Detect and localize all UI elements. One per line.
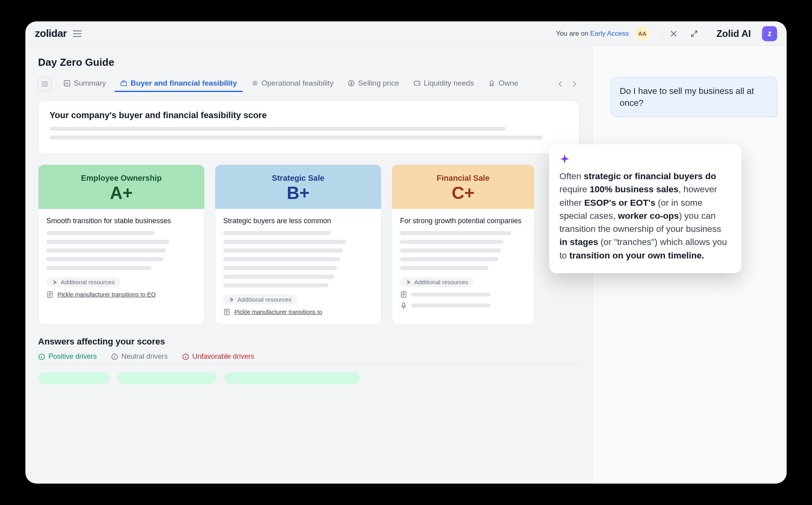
- answers-section: Answers affecting your scores Positive d…: [38, 337, 580, 386]
- tab-bar: Summary Buyer and financial feasibility …: [38, 76, 580, 92]
- ai-response-text: Often strategic or financial buyers do r…: [559, 170, 731, 262]
- tab-label: Selling price: [358, 79, 399, 88]
- document-icon: [400, 291, 407, 298]
- briefcase-icon: [120, 80, 127, 87]
- card-grade: C+: [400, 184, 526, 202]
- resources-chip[interactable]: Additional resources: [400, 277, 474, 287]
- skeleton-line: [223, 240, 346, 244]
- svg-point-5: [418, 83, 419, 84]
- gear-icon: [251, 80, 259, 87]
- driver-pill: [225, 372, 360, 384]
- driver-pill: [38, 372, 109, 384]
- resource-link[interactable]: Pickle manufacturer transitions to: [223, 308, 373, 316]
- card-title: Strategic Sale: [223, 174, 373, 183]
- chart-icon: [63, 80, 71, 87]
- card-employee-ownership: Employee Ownership A+ Smooth transition …: [38, 165, 205, 325]
- resource-row: [400, 302, 526, 309]
- resource-row: [400, 291, 526, 298]
- tab-ownership[interactable]: Owne: [483, 76, 524, 92]
- svg-point-6: [490, 81, 493, 84]
- early-access-link[interactable]: Early Access: [590, 30, 629, 37]
- tab-label: Buyer and financial feasibility: [130, 79, 237, 88]
- answers-heading: Answers affecting your scores: [38, 337, 580, 347]
- skeleton-line: [223, 266, 337, 270]
- chip-label: Additional resources: [61, 279, 115, 285]
- tag-icon: [348, 80, 355, 87]
- link-icon: [229, 297, 234, 302]
- skeleton-line: [223, 257, 340, 261]
- skeleton-line: [50, 136, 542, 140]
- card-financial-sale: Financial Sale C+ For strong growth pote…: [392, 165, 534, 325]
- plan-prefix: You are on: [556, 30, 590, 37]
- card-grade: B+: [223, 184, 373, 202]
- card-subtitle: For strong growth potential companies: [400, 216, 526, 226]
- driver-pill: [117, 372, 216, 384]
- tab-label: Summary: [74, 79, 106, 88]
- svg-rect-10: [402, 303, 405, 306]
- main-content: Day Zero Guide Summary Buyer and financi…: [25, 46, 592, 484]
- ai-panel-title: Zolid AI: [716, 28, 751, 39]
- chat-ai-message: Often strategic or financial buyers do r…: [549, 144, 741, 273]
- skeleton-line: [400, 249, 501, 252]
- menu-icon[interactable]: [73, 31, 82, 37]
- score-panel: Your company's buyer and financial feasi…: [38, 100, 580, 154]
- tab-summary[interactable]: Summary: [58, 76, 111, 92]
- tab-label: Liquidity needs: [424, 79, 474, 88]
- skeleton-line: [400, 240, 504, 244]
- skeleton-line: [46, 257, 163, 261]
- skeleton-line: [46, 249, 166, 252]
- card-title: Employee Ownership: [46, 174, 196, 183]
- mic-icon: [400, 302, 407, 309]
- tab-selling-price[interactable]: Selling price: [342, 76, 405, 92]
- topbar: zolidar You are on Early Access AA Zolid…: [25, 21, 787, 46]
- skeleton-line: [223, 231, 331, 235]
- skeleton-line: [46, 240, 169, 244]
- skeleton-line: [46, 266, 151, 270]
- driver-label: Positive drivers: [48, 352, 97, 361]
- resources-chip[interactable]: Additional resources: [46, 277, 120, 287]
- close-icon[interactable]: [669, 29, 678, 38]
- tab-operational[interactable]: Operational feasibility: [246, 76, 339, 92]
- resource-link[interactable]: Pickle manufacturer transitions to EO: [46, 291, 196, 298]
- driver-label: Unfavorable drivers: [192, 352, 254, 361]
- tab-scroll-right[interactable]: [572, 80, 577, 88]
- link-text: Pickle manufacturer transitions to EO: [57, 291, 156, 298]
- plan-status: You are on Early Access: [556, 30, 629, 38]
- card-strategic-sale: Strategic Sale B+ Strategic buyers are l…: [215, 165, 381, 325]
- driver-tab-unfavorable[interactable]: Unfavorable drivers: [182, 352, 254, 361]
- skeleton-line: [411, 304, 490, 308]
- tab-buyer-feasibility[interactable]: Buyer and financial feasibility: [115, 76, 242, 92]
- skeleton-line: [223, 275, 334, 279]
- wallet-icon: [414, 80, 421, 87]
- chat-user-message: Do I have to sell my business all at onc…: [611, 77, 777, 117]
- skeleton-line: [50, 127, 506, 131]
- card-subtitle: Smooth transition for stable businesses: [46, 216, 196, 226]
- app-logo: zolidar: [35, 27, 67, 40]
- driver-tab-neutral[interactable]: Neutral drivers: [111, 352, 168, 361]
- tab-liquidity[interactable]: Liquidity needs: [408, 76, 480, 92]
- chip-label: Additional resources: [414, 279, 468, 285]
- collapse-toggle[interactable]: [38, 77, 52, 91]
- info-icon: [111, 353, 118, 360]
- driver-tab-positive[interactable]: Positive drivers: [38, 352, 97, 361]
- card-grade: A+: [46, 184, 196, 202]
- skeleton-line: [46, 231, 154, 235]
- skeleton-line: [411, 293, 490, 296]
- page-title: Day Zero Guide: [38, 56, 580, 69]
- tab-label: Owne: [498, 79, 518, 88]
- divider: [661, 26, 662, 42]
- resources-chip[interactable]: Additional resources: [223, 295, 297, 304]
- info-icon: [182, 353, 189, 360]
- skeleton-line: [400, 257, 498, 261]
- link-icon: [52, 279, 57, 285]
- document-icon: [223, 308, 230, 316]
- link-text: Pickle manufacturer transitions to: [234, 308, 322, 315]
- avatar-badge[interactable]: AA: [635, 27, 649, 41]
- expand-icon[interactable]: [689, 29, 699, 38]
- score-cards: Employee Ownership A+ Smooth transition …: [38, 165, 580, 325]
- sparkle-icon: [559, 154, 731, 164]
- tab-scroll-left[interactable]: [557, 80, 563, 88]
- ai-logo-badge: z: [762, 26, 777, 41]
- svg-rect-1: [121, 82, 126, 86]
- app-window: zolidar You are on Early Access AA Zolid…: [25, 21, 787, 484]
